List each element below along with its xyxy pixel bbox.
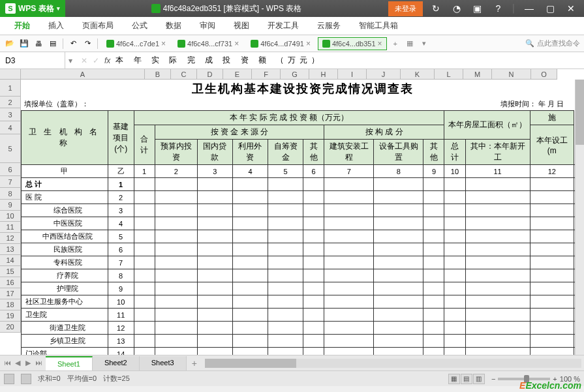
cell[interactable] bbox=[444, 282, 465, 295]
row-head-15[interactable]: 15 bbox=[0, 266, 20, 277]
cell[interactable] bbox=[232, 256, 268, 269]
cell[interactable] bbox=[374, 204, 423, 217]
zoom-out-icon[interactable]: − bbox=[491, 375, 495, 383]
row-head-20[interactable]: 20 bbox=[0, 322, 20, 333]
cell[interactable] bbox=[134, 230, 155, 243]
cell[interactable] bbox=[268, 335, 303, 348]
cell[interactable] bbox=[324, 178, 374, 191]
cell[interactable] bbox=[374, 269, 423, 282]
cell[interactable] bbox=[423, 204, 444, 217]
cell[interactable] bbox=[530, 204, 574, 217]
scrollbar-thumb[interactable] bbox=[576, 80, 584, 145]
formula-input[interactable]: 本 年 实 际 完 成 投 资 额 （万元） bbox=[115, 55, 323, 66]
fx-icon[interactable]: fx bbox=[104, 56, 110, 65]
proj-count[interactable]: 9 bbox=[108, 282, 134, 295]
cell[interactable] bbox=[374, 256, 423, 269]
cell[interactable] bbox=[423, 191, 444, 204]
cell[interactable] bbox=[232, 322, 268, 335]
add-sheet-icon[interactable]: + bbox=[187, 358, 202, 369]
cell[interactable] bbox=[423, 217, 444, 230]
menu-云服务[interactable]: 云服务 bbox=[308, 17, 350, 35]
proj-count[interactable]: 11 bbox=[108, 309, 134, 322]
cell[interactable] bbox=[268, 269, 303, 282]
cell[interactable] bbox=[465, 230, 530, 243]
proj-count[interactable]: 13 bbox=[108, 335, 134, 348]
cell[interactable] bbox=[374, 243, 423, 256]
cell[interactable] bbox=[303, 335, 324, 348]
row-head-4[interactable]: 4 bbox=[0, 121, 20, 134]
cell[interactable] bbox=[155, 335, 197, 348]
org-name[interactable]: 中医医院 bbox=[22, 217, 108, 230]
cell[interactable] bbox=[465, 295, 530, 309]
fx-accept-icon[interactable]: ✓ bbox=[93, 56, 99, 65]
cell[interactable] bbox=[423, 295, 444, 309]
cell[interactable] bbox=[423, 243, 444, 256]
col-head-F[interactable]: F bbox=[252, 69, 281, 79]
cell[interactable] bbox=[155, 309, 197, 322]
col-head-H[interactable]: H bbox=[309, 69, 338, 79]
cell[interactable] bbox=[232, 295, 268, 309]
row-head-13[interactable]: 13 bbox=[0, 244, 20, 255]
cell[interactable] bbox=[324, 256, 374, 269]
cell[interactable] bbox=[197, 256, 232, 269]
cell[interactable] bbox=[465, 348, 530, 355]
cell[interactable] bbox=[268, 282, 303, 295]
search-command[interactable]: 🔍 点此查找命令 bbox=[525, 38, 580, 48]
cell[interactable] bbox=[303, 217, 324, 230]
cell[interactable] bbox=[268, 348, 303, 355]
cell[interactable] bbox=[530, 309, 574, 322]
cell[interactable] bbox=[268, 309, 303, 322]
cell[interactable] bbox=[465, 191, 530, 204]
status-mode-icon[interactable] bbox=[4, 374, 14, 384]
col-head-O[interactable]: O bbox=[531, 69, 557, 79]
close-tab-icon[interactable]: × bbox=[306, 39, 311, 48]
cell[interactable] bbox=[374, 348, 423, 355]
row-head-6[interactable]: 6 bbox=[0, 163, 20, 176]
cell[interactable] bbox=[268, 191, 303, 204]
cell[interactable] bbox=[232, 204, 268, 217]
cell[interactable] bbox=[303, 322, 324, 335]
cell[interactable] bbox=[134, 322, 155, 335]
cell[interactable] bbox=[374, 322, 423, 335]
row-head-8[interactable]: 8 bbox=[0, 188, 20, 200]
cell[interactable] bbox=[530, 191, 574, 204]
cell[interactable] bbox=[444, 269, 465, 282]
cell[interactable] bbox=[197, 309, 232, 322]
cell[interactable] bbox=[197, 204, 232, 217]
tab-layout-icon[interactable]: ▦ bbox=[404, 38, 416, 50]
row-head-2[interactable]: 2 bbox=[0, 97, 20, 108]
cell[interactable] bbox=[155, 269, 197, 282]
col-head-M[interactable]: M bbox=[463, 69, 492, 79]
col-head-I[interactable]: I bbox=[338, 69, 367, 79]
cell[interactable] bbox=[232, 282, 268, 295]
cell[interactable] bbox=[303, 348, 324, 355]
cell[interactable] bbox=[155, 348, 197, 355]
cell[interactable] bbox=[324, 204, 374, 217]
org-name[interactable]: 总 计 bbox=[22, 178, 108, 191]
cell[interactable] bbox=[374, 191, 423, 204]
cell[interactable] bbox=[197, 230, 232, 243]
row-head-18[interactable]: 18 bbox=[0, 299, 20, 310]
view-page-icon[interactable]: ▤ bbox=[461, 374, 472, 384]
org-name[interactable]: 门诊部 bbox=[22, 348, 108, 355]
cell[interactable] bbox=[444, 243, 465, 256]
cell[interactable] bbox=[155, 322, 197, 335]
cell[interactable] bbox=[134, 243, 155, 256]
cell[interactable] bbox=[444, 230, 465, 243]
undo-icon[interactable]: ↶ bbox=[67, 38, 79, 50]
cell[interactable] bbox=[444, 178, 465, 191]
row-head-1[interactable]: 1 bbox=[0, 80, 20, 97]
cell[interactable] bbox=[155, 204, 197, 217]
menu-审阅[interactable]: 审阅 bbox=[191, 17, 224, 35]
cell[interactable] bbox=[444, 309, 465, 322]
cell[interactable] bbox=[268, 178, 303, 191]
open-icon[interactable]: 📂 bbox=[4, 38, 16, 50]
cell[interactable] bbox=[134, 204, 155, 217]
col-head-E[interactable]: E bbox=[223, 69, 252, 79]
proj-count[interactable]: 4 bbox=[108, 217, 134, 230]
cell[interactable] bbox=[134, 217, 155, 230]
cell[interactable] bbox=[465, 309, 530, 322]
cell[interactable] bbox=[155, 243, 197, 256]
cell[interactable] bbox=[444, 322, 465, 335]
org-name[interactable]: 乡镇卫生院 bbox=[22, 335, 108, 348]
